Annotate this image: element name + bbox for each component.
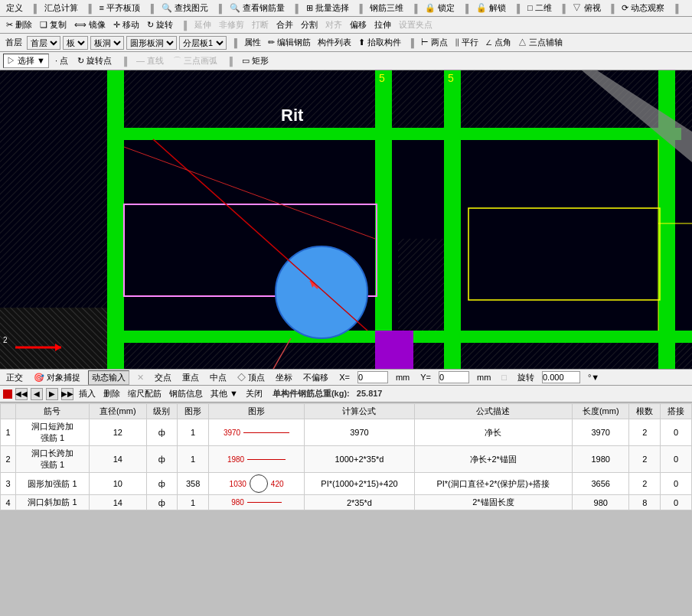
status-centerweight[interactable]: 重点 <box>179 371 202 384</box>
sep-status2: □ <box>498 372 510 383</box>
status-noshift[interactable]: 不偏移 <box>300 371 331 384</box>
status-intersect[interactable]: 交点 <box>152 371 175 384</box>
table-row[interactable]: 1 洞口短跨加强筋 1 12 ф 1 3970 3970 净长 3970 2 0 <box>1 419 692 446</box>
menu-summary[interactable]: 汇总计算 <box>41 2 81 15</box>
rotate-unit: °▼ <box>585 372 602 383</box>
btn-set-grip[interactable]: 设置夹点 <box>396 18 436 31</box>
menu-dynamic-view[interactable]: ⟳ 动态观察 <box>619 2 668 15</box>
tool-arc[interactable]: ⌒ 三点画弧 <box>170 54 220 67</box>
btn-two-point[interactable]: ⊢ 两点 <box>419 36 450 49</box>
cell-diameter: 14 <box>90 495 146 510</box>
menu-find-element[interactable]: 🔍 查找图元 <box>158 2 211 15</box>
nav-first[interactable]: ◀◀ <box>15 388 28 400</box>
btn-parallel[interactable]: ∥ 平行 <box>452 36 481 49</box>
status-ortho[interactable]: 正交 <box>3 371 26 384</box>
menu-batch-select[interactable]: ⊞ 批量选择 <box>303 2 352 15</box>
floor-label: 首层 <box>3 36 24 49</box>
btn-scale-rebar[interactable]: 缩尺配筋 <box>126 387 164 400</box>
status-snap[interactable]: 🎯 对象捕捉 <box>31 371 83 384</box>
hole-type-select[interactable]: 圆形板洞 <box>126 36 177 50</box>
rotate-input[interactable] <box>542 371 580 383</box>
cell-name: 洞口长跨加强筋 1 <box>15 446 89 473</box>
weight-value: 25.817 <box>354 388 385 399</box>
y-mm: mm <box>474 372 494 383</box>
floor-select[interactable]: 首层 二层 <box>27 36 60 50</box>
cell-name: 洞口短跨加强筋 1 <box>15 419 89 446</box>
cell-shape-num: 358 <box>178 473 209 495</box>
table-row[interactable]: 3 圆形加强筋 1 10 ф 358 1030 420 PI*(1000+2*1… <box>1 473 692 495</box>
cell-count: 2 <box>629 419 661 446</box>
nav-last[interactable]: ▶▶ <box>61 388 73 400</box>
table-row[interactable]: 4 洞口斜加筋 1 14 ф 1 980 2*35*d 2*锚固长度 980 8… <box>1 495 692 510</box>
cell-shape: 1030 420 <box>208 473 304 495</box>
btn-merge[interactable]: 合并 <box>273 18 296 31</box>
tool-select[interactable]: ▷ 选择 ▼ <box>3 54 49 68</box>
type-select[interactable]: 板 <box>63 36 88 50</box>
cell-count: 8 <box>629 495 661 510</box>
cell-overlap: 0 <box>661 473 692 495</box>
nav-prev[interactable]: ◀ <box>31 388 43 400</box>
cell-formula: PI*(1000+2*15)+420 <box>305 473 415 495</box>
status-rotate: 旋转 <box>514 371 537 384</box>
svg-text:5: 5 <box>448 72 454 84</box>
btn-rotate[interactable]: ↻ 旋转 <box>144 18 176 31</box>
menu-define[interactable]: 定义 <box>3 2 26 15</box>
status-dynamic[interactable]: 动态输入 <box>88 370 129 385</box>
x-input[interactable] <box>357 371 388 383</box>
btn-rebar-delete[interactable]: 删除 <box>101 387 122 400</box>
btn-close[interactable]: 关闭 <box>243 387 265 400</box>
menu-view-rebar[interactable]: 🔍 查看钢筋量 <box>227 2 288 15</box>
cell-name: 圆形加强筋 1 <box>15 473 89 495</box>
tool-line[interactable]: — 直线 <box>133 54 167 67</box>
y-input[interactable] <box>439 371 469 383</box>
btn-break[interactable]: 打断 <box>249 18 272 31</box>
btn-pick-component[interactable]: ⬆ 抬取构件 <box>356 36 403 49</box>
tool-rect[interactable]: ▭ 矩形 <box>239 54 272 67</box>
btn-other[interactable]: 其他 ▼ <box>208 387 240 400</box>
svg-rect-22 <box>375 331 413 369</box>
btn-extend[interactable]: 延伸 <box>191 18 214 31</box>
status-vertex[interactable]: ◇ 顶点 <box>234 371 268 384</box>
btn-stretch[interactable]: 拉伸 <box>371 18 394 31</box>
btn-move[interactable]: ✛ 移动 <box>110 18 142 31</box>
menu-2d[interactable]: □ 二维 <box>524 2 555 15</box>
cell-formula: 1000+2*35*d <box>305 446 415 473</box>
menu-top-view[interactable]: ▽ 俯视 <box>570 2 603 15</box>
cad-canvas[interactable]: 5 5 Rit 2 <box>0 70 692 369</box>
table-row[interactable]: 2 洞口长跨加强筋 1 14 ф 1 1980 1000+2*35*d 净长+2… <box>1 446 692 473</box>
btn-offset[interactable]: 偏移 <box>347 18 370 31</box>
toolbar-floor: 首层 首层 二层 板 板洞 圆形板洞 分层板1 ▐ 属性 ✏ 编辑钢筋 构件列表… <box>0 34 692 52</box>
menu-lock[interactable]: 🔒 锁定 <box>422 2 458 15</box>
cell-description: 净长 <box>414 419 572 446</box>
btn-no-trim[interactable]: 非修剪 <box>216 18 247 31</box>
menu-unlock[interactable]: 🔓 解锁 <box>473 2 509 15</box>
btn-component-list[interactable]: 构件列表 <box>315 36 354 49</box>
tool-rotate-point[interactable]: ↻ 旋转点 <box>74 54 115 67</box>
nav-next[interactable]: ▶ <box>46 388 58 400</box>
status-bar: 正交 🎯 对象捕捉 动态输入 ✕ 交点 重点 中点 ◇ 顶点 坐标 不偏移 X=… <box>0 369 692 386</box>
btn-edit-rebar[interactable]: ✏ 编辑钢筋 <box>266 36 313 49</box>
btn-split[interactable]: 分割 <box>298 18 321 31</box>
btn-property[interactable]: 属性 <box>242 36 263 49</box>
btn-copy[interactable]: ❑ 复制 <box>37 18 70 31</box>
btn-align[interactable]: 对齐 <box>322 18 345 31</box>
menu-align-top[interactable]: ≡ 平齐板顶 <box>96 2 143 15</box>
status-coord[interactable]: 坐标 <box>273 371 295 384</box>
toolbar-top: 定义 ▐ 汇总计算 ▐ ≡ 平齐板顶 ▐ 🔍 查找图元 ▐ 🔍 查看钢筋量 ▐ … <box>0 0 692 17</box>
cell-shape: 1980 <box>208 446 304 473</box>
btn-mirror[interactable]: ⟺ 镜像 <box>71 18 109 31</box>
hole-select[interactable]: 板洞 <box>90 36 124 50</box>
status-midpoint[interactable]: 中点 <box>207 371 230 384</box>
btn-point-angle[interactable]: ∠ 点角 <box>483 36 514 49</box>
menu-rebar-3d[interactable]: 钢筋三维 <box>367 2 406 15</box>
svg-text:5: 5 <box>379 72 385 84</box>
tool-point[interactable]: · 点 <box>52 54 71 67</box>
btn-rebar-insert[interactable]: 插入 <box>77 387 98 400</box>
sep4: ▐ <box>224 56 236 67</box>
cell-shape: 3970 <box>208 419 304 446</box>
btn-three-point[interactable]: △ 三点辅轴 <box>516 36 565 49</box>
cell-name: 洞口斜加筋 1 <box>15 495 89 510</box>
layer-select[interactable]: 分层板1 <box>179 36 227 50</box>
btn-delete[interactable]: ✂ 删除 <box>3 18 35 31</box>
btn-rebar-info[interactable]: 钢筋信息 <box>167 387 205 400</box>
